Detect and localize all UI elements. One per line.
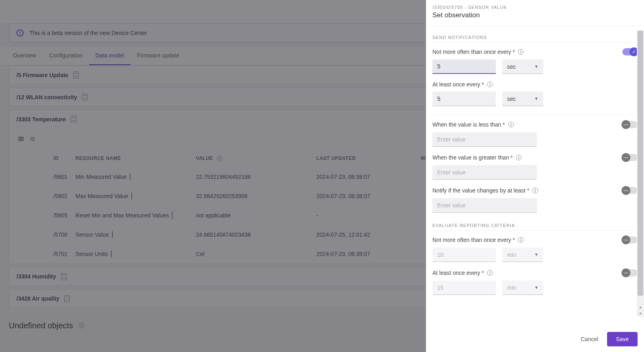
input-greater-than[interactable] <box>432 165 537 180</box>
cancel-button[interactable]: Cancel <box>579 333 600 346</box>
label-greater-than: When the value is greater than * i <box>432 154 522 161</box>
toggle-send-pmin[interactable] <box>622 48 638 55</box>
info-icon[interactable]: i <box>532 188 538 193</box>
input-changes-by[interactable] <box>432 198 537 213</box>
info-icon[interactable]: i <box>518 49 524 55</box>
chevron-down-icon: ▼ <box>534 64 538 69</box>
label-less-than: When the value is less than * i <box>432 121 514 128</box>
toggle-eval-pmax[interactable] <box>622 269 638 276</box>
panel-breadcrumb: /3303/0/5700 - SENSOR VALUE <box>432 5 638 10</box>
chevron-down-icon: ▼ <box>534 96 538 101</box>
info-icon[interactable]: i <box>487 270 493 276</box>
info-icon[interactable]: i <box>516 155 522 160</box>
label-changes-by: Notify if the value changes by at least … <box>432 187 538 194</box>
chevron-down-icon: ▼ <box>534 285 538 290</box>
label-eval-pmax: At least once every * i <box>432 270 493 276</box>
panel-title: Set observation <box>432 11 638 19</box>
label-at-least-once: At least once every * i <box>432 81 493 88</box>
info-icon[interactable]: i <box>487 82 493 87</box>
chevron-down-icon: ▼ <box>534 252 538 257</box>
info-icon[interactable]: i <box>508 122 514 127</box>
unit-select-send-pmax[interactable]: sec▼ <box>502 92 543 106</box>
section-evaluate-criteria: EVALUATE REPORTING CRITERIA <box>432 214 638 230</box>
info-icon[interactable]: i <box>518 237 524 243</box>
toggle-changes-by[interactable] <box>622 187 638 194</box>
toggle-less-than[interactable] <box>622 121 638 128</box>
input-eval-pmin[interactable] <box>432 248 496 262</box>
label-not-more-often: Not more often than once every * i <box>432 49 524 55</box>
section-send-notifications: SEND NOTIFICATIONS <box>432 26 638 42</box>
input-send-pmin[interactable] <box>432 59 496 74</box>
unit-select-eval-pmax[interactable]: min▼ <box>502 280 543 295</box>
input-eval-pmax[interactable] <box>432 280 496 295</box>
input-send-pmax[interactable] <box>432 92 496 106</box>
unit-select-send-pmin[interactable]: sec▼ <box>502 59 543 74</box>
save-button[interactable]: Save <box>607 332 638 346</box>
unit-select-eval-pmin[interactable]: min▼ <box>502 248 543 262</box>
scrollbar-thumb[interactable] <box>638 31 643 296</box>
input-less-than[interactable] <box>432 132 537 147</box>
observation-panel: /3303/0/5700 - SENSOR VALUE Set observat… <box>426 0 644 352</box>
label-eval-pmin: Not more often than once every * i <box>432 237 524 243</box>
scrollbar-buttons[interactable]: ▲▼ <box>637 304 644 317</box>
toggle-eval-pmin[interactable] <box>622 236 638 244</box>
toggle-greater-than[interactable] <box>622 154 638 161</box>
